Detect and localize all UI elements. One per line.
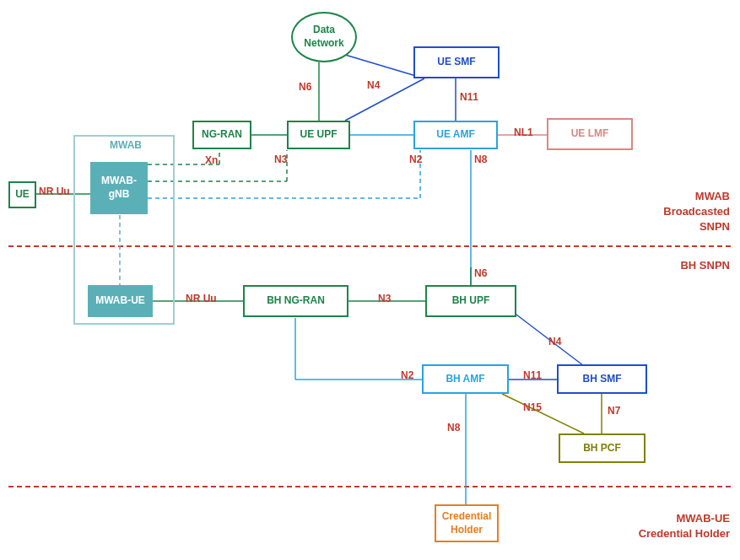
svg-line-4 [345, 78, 424, 121]
link-nruu-b: NR Uu [186, 293, 217, 304]
mwab-ue-node: MWAB-UE [88, 285, 153, 317]
ue-node: UE [8, 181, 36, 208]
mwab-gnb-label: MWAB-gNB [101, 175, 137, 201]
ue-amf-node: UE AMF [413, 121, 498, 149]
bh-smf-label: BH SMF [583, 373, 622, 386]
ue-label: UE [15, 188, 30, 202]
ue-lmf-label: UE LMF [571, 127, 609, 141]
bh-upf-node: BH UPF [425, 285, 516, 317]
link-n4-b: N4 [548, 336, 561, 347]
link-n8-a: N8 [474, 153, 487, 165]
mwab-title: MWAB [110, 139, 142, 151]
link-n11-b: N11 [523, 369, 542, 381]
section-mwab-ue-ch: MWAB-UECredential Holder [603, 511, 730, 541]
ue-smf-node: UE SMF [413, 46, 500, 78]
ue-upf-node: UE UPF [287, 121, 350, 149]
bh-ng-ran-label: BH NG-RAN [267, 294, 325, 308]
link-n6-b: N6 [474, 267, 487, 279]
mwab-ue-label: MWAB-UE [95, 294, 145, 308]
ue-upf-label: UE UPF [300, 128, 337, 142]
data-network-label: DataNetwork [304, 24, 343, 50]
link-n2-b: N2 [401, 369, 413, 381]
bh-smf-node: BH SMF [557, 364, 647, 394]
ue-amf-label: UE AMF [436, 128, 475, 142]
link-nl1: NL1 [514, 127, 533, 138]
link-n4-a: N4 [367, 79, 380, 91]
credential-holder-label: CredentialHolder [442, 510, 492, 536]
link-xn: Xn [205, 154, 218, 166]
ue-smf-label: UE SMF [437, 56, 475, 69]
bh-upf-label: BH UPF [452, 294, 490, 308]
ng-ran-label: NG-RAN [202, 128, 242, 142]
link-n3-b: N3 [378, 293, 391, 304]
mwab-gnb-node: MWAB-gNB [90, 162, 148, 214]
link-n15: N15 [523, 401, 542, 413]
section-bh-snpn: BH SNPN [637, 258, 730, 273]
ng-ran-node: NG-RAN [192, 121, 251, 149]
bh-ng-ran-node: BH NG-RAN [243, 285, 348, 317]
link-n3-a: N3 [274, 153, 287, 165]
bh-pcf-label: BH PCF [583, 442, 621, 455]
link-n7: N7 [608, 405, 620, 417]
link-n8-b: N8 [447, 422, 460, 433]
credential-holder-node: CredentialHolder [435, 504, 499, 542]
bh-amf-node: BH AMF [422, 364, 509, 394]
svg-line-25 [502, 394, 584, 433]
link-nruu-a: NR Uu [39, 186, 70, 197]
link-n2-a: N2 [409, 153, 422, 165]
bh-amf-label: BH AMF [446, 373, 484, 386]
section-mwab-broadcasted: MWABBroadcastedSNPN [637, 189, 730, 235]
ue-lmf-node: UE LMF [547, 118, 633, 150]
bh-pcf-node: BH PCF [559, 433, 645, 463]
svg-line-3 [345, 55, 424, 78]
data-network-node: DataNetwork [291, 12, 357, 62]
link-n6-a: N6 [299, 81, 311, 93]
link-n11-a: N11 [460, 91, 478, 103]
